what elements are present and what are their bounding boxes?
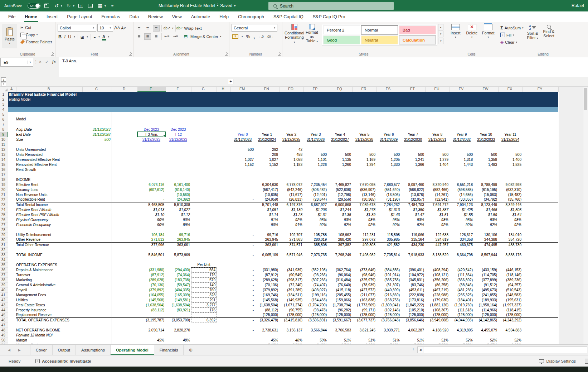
underline-caret-icon[interactable]: ▾ <box>74 35 75 38</box>
cell-C35[interactable] <box>82 262 112 267</box>
cell-EV36[interactable]: (420,542) <box>449 267 474 272</box>
cell-ET14[interactable]: 1,241 <box>401 157 425 162</box>
cell-EM19[interactable]: - <box>230 182 255 187</box>
cell-ES23[interactable]: 7,284,232 <box>376 202 401 207</box>
column-header-E[interactable]: E <box>137 87 165 92</box>
row-header-50[interactable]: 50 <box>0 338 8 343</box>
cell-F44[interactable]: (83,921) <box>165 307 191 312</box>
cell-ET29[interactable]: 119,066 <box>401 232 425 237</box>
cell-EX44[interactable]: (118,415) <box>498 307 523 312</box>
cell-E49[interactable] <box>137 333 165 338</box>
cell-EM32[interactable] <box>230 247 255 252</box>
cell-A39[interactable] <box>8 282 16 287</box>
cell-ES30[interactable]: 305,985 <box>376 237 401 242</box>
cell-EX8[interactable] <box>498 127 523 132</box>
row-header-10[interactable]: 10 <box>0 137 8 142</box>
cell-E37[interactable]: (87,912) <box>137 272 165 277</box>
italic-button[interactable]: I <box>64 34 65 40</box>
cell-D10[interactable] <box>112 137 137 142</box>
cell-A25[interactable] <box>8 212 16 217</box>
cell-C23[interactable] <box>82 202 112 207</box>
styles-more-icon[interactable]: ⊽ <box>438 38 443 44</box>
cell-A14[interactable] <box>8 157 16 162</box>
cell-EQ10[interactable]: 31/12/2027 <box>328 137 352 142</box>
cell-H39[interactable] <box>217 282 230 287</box>
cell-EM48[interactable]: - <box>230 327 255 333</box>
cell-EY26[interactable] <box>523 217 558 222</box>
cell-EV39[interactable]: (88,846) <box>449 282 474 287</box>
cell-H34[interactable] <box>217 257 230 262</box>
cell-G20[interactable] <box>191 187 217 192</box>
cell-F47[interactable] <box>165 322 191 327</box>
cell-ES21[interactable]: (13,506) <box>376 192 401 197</box>
styles-scroll-up-icon[interactable]: ▴ <box>438 24 443 30</box>
cell-ES46[interactable]: (3,766,043) <box>376 317 401 322</box>
cell-EP23[interactable]: 6,687,927 <box>303 202 328 207</box>
cell-EY7[interactable] <box>523 122 558 127</box>
bold-button[interactable]: B <box>58 34 62 39</box>
cell-F38[interactable]: (183,738) <box>165 277 191 282</box>
column-header-EW[interactable]: EW <box>474 87 498 92</box>
cell-EP42[interactable]: (154,433) <box>303 297 328 302</box>
fill-color-caret-icon[interactable]: ▾ <box>98 35 100 38</box>
delete-cells-button[interactable]: Delete ▾ <box>464 24 480 51</box>
cell-E44[interactable]: (88,112) <box>137 307 165 312</box>
cell-EP34[interactable] <box>303 257 328 262</box>
cell-EW46[interactable]: (4,142,865) <box>474 317 498 322</box>
sheet-tab-assumptions[interactable]: Assumptions <box>76 345 111 355</box>
cell-G26[interactable] <box>191 217 217 222</box>
cell-A17[interactable] <box>8 172 16 177</box>
cell-EV38[interactable]: (366,892) <box>449 277 474 282</box>
cell-EW13[interactable]: 500 <box>474 152 498 157</box>
cell-ER50[interactable]: 51% <box>352 338 376 343</box>
cell-B41[interactable]: Management Fees <box>16 292 82 297</box>
cell-EU31[interactable]: 447,257 <box>425 242 449 247</box>
cell-EU37[interactable]: (108,121) <box>425 272 449 277</box>
cell-EX16[interactable] <box>498 167 523 172</box>
cell-EM30[interactable]: - <box>230 237 255 242</box>
cell-EY17[interactable] <box>523 172 558 177</box>
cell-A5[interactable] <box>8 112 16 117</box>
cell-C42[interactable] <box>82 297 112 302</box>
cell-ES40[interactable]: (440,399) <box>376 287 401 292</box>
cell-B23[interactable]: Total Rental Income <box>16 202 82 207</box>
cell-H15[interactable] <box>217 162 230 167</box>
cell-G12[interactable] <box>191 147 217 152</box>
save-icon[interactable] <box>44 2 50 9</box>
row-header-4[interactable]: 4 <box>0 107 8 112</box>
cell-EP28[interactable] <box>303 227 328 232</box>
menu-tab-file[interactable]: File <box>4 11 20 22</box>
cell-EN16[interactable] <box>255 167 279 172</box>
cell-A42[interactable] <box>8 297 16 302</box>
cell-ER26[interactable]: 93% <box>352 217 376 222</box>
cell-EM8[interactable] <box>230 127 255 132</box>
cell-ES20[interactable]: (551,640) <box>376 187 401 192</box>
cell-EN18[interactable] <box>255 177 279 182</box>
cell-EP41[interactable]: (199,116) <box>303 292 328 297</box>
cell-ER25[interactable]: $1.39 <box>352 212 376 217</box>
fill-button[interactable]: ↓Fill▾ <box>500 32 524 38</box>
cell-EQ31[interactable]: 397,382 <box>328 242 352 247</box>
cell-A8[interactable] <box>8 127 16 132</box>
cell-EM28[interactable] <box>230 227 255 232</box>
select-all-corner[interactable] <box>0 87 8 92</box>
cell-EO8[interactable] <box>279 127 303 132</box>
column-header-EX[interactable]: EX <box>498 87 523 92</box>
cell-H29[interactable] <box>217 232 230 237</box>
cell-ER47[interactable] <box>352 322 376 327</box>
cell-EO39[interactable]: (72,240) <box>279 282 303 287</box>
formula-input[interactable]: T-3 Ann. <box>59 57 588 77</box>
cell-EO12[interactable]: 42 <box>279 147 303 152</box>
cell-E12[interactable] <box>137 147 165 152</box>
cell-C14[interactable] <box>82 157 112 162</box>
cell-EU43[interactable]: (1,882,126) <box>425 302 449 307</box>
cell-EM11[interactable] <box>230 142 255 147</box>
cell-D37[interactable] <box>112 272 137 277</box>
row-header-21[interactable]: 21 <box>0 192 8 197</box>
cell-F22[interactable]: (24,392) <box>165 197 191 202</box>
cell-EN20[interactable]: (567,417) <box>255 187 279 192</box>
row-header-2[interactable]: 2 <box>0 97 8 102</box>
cell-EQ12[interactable]: - <box>328 147 352 152</box>
cell-EV37[interactable]: (111,364) <box>449 272 474 277</box>
font-color-caret-icon[interactable]: ▾ <box>108 35 110 38</box>
